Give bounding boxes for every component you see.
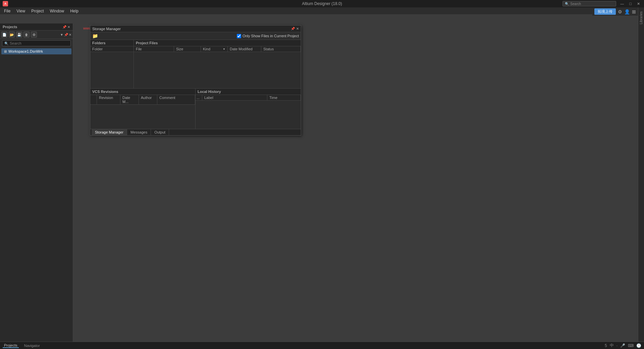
statusbar: Projects Navigator 5 中 · 🎤 ⌨ 🕐 [0, 342, 644, 349]
sm-tabs: Storage Manager Messages Output [90, 129, 301, 135]
workspace-icon: 🖥 [3, 49, 7, 53]
sm-title: Storage Manager [92, 27, 121, 31]
sm-controls: 📌 ✕ [291, 27, 299, 31]
status-icon-dot: · [616, 343, 618, 348]
sm-resize-handle[interactable] [300, 26, 301, 135]
panel-close-icon[interactable]: ✕ [67, 25, 70, 29]
folders-panel: Folders Folder [90, 40, 134, 88]
sm-folder-button[interactable]: 📁 [92, 33, 98, 39]
right-sidebar: Libraries [638, 7, 644, 342]
tab-storage-manager[interactable]: Storage Manager [92, 129, 127, 135]
menubar: File View Project Window Help [0, 7, 644, 15]
search-input[interactable] [10, 41, 57, 45]
menu-project[interactable]: Project [29, 8, 46, 14]
files-header: Project Files [134, 40, 301, 46]
left-panel-toolbar: 📄 📂 💾 🗑 ⚙ ▼ 📌 ✕ [0, 31, 73, 39]
upload-button[interactable]: 拓境上传 [594, 8, 616, 15]
status-icon-5: 5 [605, 343, 607, 348]
sm-close-icon[interactable]: ✕ [296, 27, 299, 31]
tab-output[interactable]: Output [151, 129, 169, 135]
left-panel: Projects 📌 ✕ 📄 📂 💾 🗑 ⚙ ▼ 📌 ✕ 🔍 🖥 Worksp [0, 23, 73, 342]
center-area: www.pcb359.cn Storage Manager 📌 ✕ 📁 Only… [73, 23, 638, 342]
titlebar-left: A [3, 1, 8, 6]
only-project-files-label: Only Show Files in Current Project [243, 34, 299, 38]
tab-messages[interactable]: Messages [127, 129, 151, 135]
files-col-size: Size [174, 46, 201, 52]
close-button[interactable]: ✕ [636, 2, 641, 6]
lh-col-label: Label [202, 95, 267, 100]
top-right-toolbar: 拓境上传 ⚙ 👤 ⊞ [592, 7, 638, 16]
panel-pin2-icon[interactable]: 📌 [64, 33, 68, 37]
lh-col-time: Time [267, 95, 301, 100]
panel-pin-icon[interactable]: 📌 [62, 25, 66, 29]
files-col-headers: File Size Kind ▼ Date Modified Status [134, 46, 301, 52]
workspace-label: Workspace1.DsnWrk [8, 49, 43, 53]
app-title: Altium Designer (18.0) [302, 1, 342, 6]
gear-icon[interactable]: ⚙ [618, 9, 622, 14]
save-button[interactable]: 💾 [16, 32, 22, 38]
files-col-date: Date Modified [228, 46, 261, 52]
menu-view[interactable]: View [14, 8, 28, 14]
panel-x-icon[interactable]: ✕ [69, 33, 71, 37]
app-logo: A [3, 1, 8, 6]
search-icon: 🔍 [565, 2, 569, 6]
lh-header: Local History [196, 89, 301, 95]
titlebar-search[interactable]: 🔍 Search [562, 1, 616, 6]
files-col-kind: Kind ▼ [201, 46, 228, 52]
status-icon-time: 🕐 [636, 343, 641, 348]
close-file-button[interactable]: 🗑 [23, 32, 30, 38]
titlebar: A Altium Designer (18.0) 🔍 Search — □ ✕ [0, 0, 644, 7]
sm-pin-icon[interactable]: 📌 [291, 27, 295, 31]
files-col-status: Status [261, 46, 301, 52]
menu-file[interactable]: File [1, 8, 13, 14]
vcs-col-author: Author [139, 95, 157, 104]
status-tab-projects[interactable]: Projects [3, 343, 19, 348]
search-box[interactable]: 🔍 [2, 40, 71, 46]
vcs-col-comment: Comment [157, 95, 195, 104]
maximize-button[interactable]: □ [628, 2, 633, 6]
sm-checkbox-area: Only Show Files in Current Project [237, 34, 299, 38]
minimize-button[interactable]: — [619, 2, 625, 6]
storage-manager-dialog: Storage Manager 📌 ✕ 📁 Only Show Files in… [90, 25, 301, 136]
main-layout: Projects 📌 ✕ 📄 📂 💾 🗑 ⚙ ▼ 📌 ✕ 🔍 🖥 Worksp [0, 23, 638, 342]
folders-col-header: Folder [90, 46, 133, 52]
vcs-col-date: Date M... [120, 95, 139, 104]
status-icon-mic: 🎤 [620, 343, 625, 348]
sm-toolbar: 📁 Only Show Files in Current Project [90, 32, 301, 40]
statusbar-left: Projects Navigator [3, 343, 41, 348]
search-magnifier-icon: 🔍 [4, 42, 8, 45]
sm-content: Folders Folder Project Files File Size K… [90, 40, 301, 129]
open-folder-button[interactable]: 📂 [9, 32, 15, 38]
vcs-col-revision: Revision [97, 95, 120, 104]
files-panel: Project Files File Size Kind ▼ Date Modi… [134, 40, 301, 88]
files-col-file: File [134, 46, 174, 52]
new-file-button[interactable]: 📄 [1, 32, 7, 38]
vcs-col-check [90, 95, 97, 104]
left-panel-header: Projects 📌 ✕ [0, 23, 73, 31]
menu-help[interactable]: Help [67, 8, 81, 14]
search-label: Search [570, 2, 581, 6]
status-icon-kb: ⌨ [628, 343, 634, 348]
vcs-header: VCS Revisions [90, 89, 195, 95]
statusbar-right: 5 中 · 🎤 ⌨ 🕐 [605, 343, 641, 348]
menu-window[interactable]: Window [47, 8, 67, 14]
right-sidebar-label: Libraries [639, 11, 643, 24]
sm-top-section: Folders Folder Project Files File Size K… [90, 40, 301, 89]
vcs-col-headers: Revision Date M... Author Comment [90, 95, 195, 105]
settings-button[interactable]: ⚙ [31, 32, 37, 38]
panel-arrow-down-icon[interactable]: ▼ [60, 33, 63, 37]
only-project-files-checkbox[interactable] [237, 34, 241, 38]
left-panel-title: Projects [3, 25, 17, 29]
person-icon[interactable]: 👤 [624, 9, 630, 14]
status-tab-navigator[interactable]: Navigator [23, 344, 41, 348]
sm-titlebar: Storage Manager 📌 ✕ [90, 26, 301, 32]
vcs-panel: VCS Revisions Revision Date M... Author … [90, 89, 196, 129]
status-icon-lang: 中 [610, 343, 614, 348]
lh-col-dot: ... [196, 95, 202, 100]
folders-header: Folders [90, 40, 133, 46]
lh-col-headers: ... Label Time [196, 95, 301, 101]
sm-bottom-section: VCS Revisions Revision Date M... Author … [90, 89, 301, 129]
titlebar-right: 🔍 Search — □ ✕ [562, 1, 641, 6]
extra-icon[interactable]: ⊞ [632, 9, 636, 14]
workspace-item[interactable]: 🖥 Workspace1.DsnWrk [1, 48, 71, 54]
